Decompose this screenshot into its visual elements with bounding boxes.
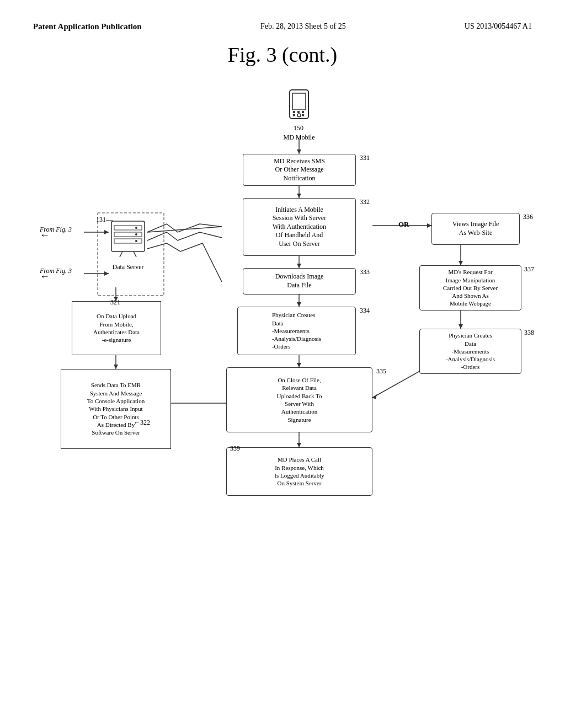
- mobile-device: 150 MD Mobile: [266, 89, 332, 142]
- node-321: On Data Upload From Mobile, Authenticate…: [72, 301, 161, 355]
- svg-marker-11: [297, 443, 301, 447]
- ref-333: 333: [360, 268, 370, 276]
- node-331: MD Receives SMS Or Other Message Notific…: [243, 154, 356, 186]
- svg-marker-13: [427, 223, 431, 228]
- svg-marker-5: [297, 264, 301, 268]
- svg-rect-39: [302, 111, 304, 113]
- svg-marker-3: [297, 194, 301, 198]
- or-label: OR: [398, 220, 409, 229]
- svg-line-50: [134, 251, 136, 257]
- svg-rect-35: [292, 93, 306, 110]
- svg-line-20: [147, 227, 222, 232]
- node-322: Sends Data To EMR System And Message To …: [61, 369, 171, 449]
- diagram-area: 150 MD Mobile MD Receives SMS Or Other M…: [34, 83, 531, 662]
- sheet-info: Feb. 28, 2013 Sheet 5 of 25: [260, 22, 346, 31]
- node-321-text: On Data Upload From Mobile, Authenticate…: [93, 312, 140, 344]
- svg-rect-38: [297, 111, 300, 113]
- server-ref: 131—: [96, 216, 113, 224]
- svg-marker-7: [297, 302, 301, 307]
- svg-marker-17: [459, 324, 463, 329]
- server-label: Data Server: [106, 263, 150, 271]
- server-icon-svg: [106, 216, 150, 260]
- svg-rect-43: [114, 226, 142, 230]
- node-336-text: Views Image File As Web-Site: [452, 220, 499, 237]
- svg-point-48: [135, 240, 137, 242]
- page-header: Patent Application Publication Feb. 28, …: [33, 22, 532, 31]
- node-339: MD Places A Call In Response, Which Is L…: [226, 447, 372, 496]
- ref-331: 331: [360, 154, 370, 162]
- svg-rect-40: [293, 114, 295, 116]
- svg-marker-15: [459, 261, 463, 265]
- svg-marker-1: [297, 149, 301, 154]
- figure-title: Fig. 3 (cont.): [33, 42, 532, 67]
- svg-marker-9: [297, 363, 301, 367]
- ref-339: 339: [230, 445, 240, 453]
- ref-336: 336: [523, 213, 533, 221]
- ref-334: 334: [360, 307, 370, 315]
- ref-335: 335: [376, 367, 386, 376]
- node-333: Downloads Image Data File: [243, 268, 356, 295]
- mobile-label: MD Mobile: [266, 133, 332, 142]
- node-339-text: MD Places A Call In Response, Which Is L…: [274, 456, 324, 487]
- ref-321: 321: [110, 298, 120, 307]
- node-337-text: MD's Request For Image Manipulation Carr…: [443, 268, 498, 307]
- svg-rect-45: [114, 239, 142, 243]
- node-335-text: On Close Of File, Relevant Data Uploaded…: [276, 376, 322, 424]
- node-322-text: Sends Data To EMR System And Message To …: [87, 381, 145, 436]
- svg-line-49: [120, 251, 122, 257]
- node-338: Physician Creates Data -Measurements -An…: [419, 329, 521, 374]
- svg-marker-22: [114, 365, 118, 369]
- arrow-left-bottom: ←: [40, 271, 50, 282]
- node-332-text: Initiates A Mobile Session With Server W…: [273, 206, 326, 249]
- svg-point-47: [135, 233, 137, 235]
- svg-marker-19: [372, 394, 377, 399]
- data-server: Data Server 131—: [106, 216, 150, 271]
- svg-rect-41: [302, 114, 304, 116]
- node-338-text: Physician Creates Data -Measurements -An…: [446, 331, 495, 371]
- patent-number: US 2013/0054467 A1: [465, 22, 532, 31]
- svg-rect-37: [293, 111, 295, 113]
- ref-338: 338: [524, 329, 534, 337]
- svg-point-46: [135, 227, 137, 229]
- publication-label: Patent Application Publication: [33, 22, 142, 31]
- mobile-ref-label: 150: [266, 124, 332, 132]
- node-337: MD's Request For Image Manipulation Carr…: [419, 265, 521, 311]
- svg-point-36: [297, 114, 301, 117]
- node-334: Physician Creates Data -Measurements -An…: [237, 307, 356, 355]
- node-336: Views Image File As Web-Site: [431, 213, 520, 245]
- mobile-icon-svg: [285, 89, 313, 122]
- svg-marker-32: [104, 271, 109, 276]
- node-334-text: Physician Creates Data -Measurements -An…: [272, 311, 321, 350]
- node-335: On Close Of File, Relevant Data Uploaded…: [226, 367, 372, 432]
- ref-322: ←322: [134, 419, 150, 427]
- ref-332: 332: [360, 198, 370, 206]
- node-332: Initiates A Mobile Session With Server W…: [243, 198, 356, 256]
- node-331-text: MD Receives SMS Or Other Message Notific…: [274, 157, 325, 183]
- ref-337: 337: [524, 265, 534, 274]
- arrow-left-top: ←: [40, 229, 50, 241]
- node-333-text: Downloads Image Data File: [275, 272, 324, 290]
- svg-rect-44: [114, 232, 142, 237]
